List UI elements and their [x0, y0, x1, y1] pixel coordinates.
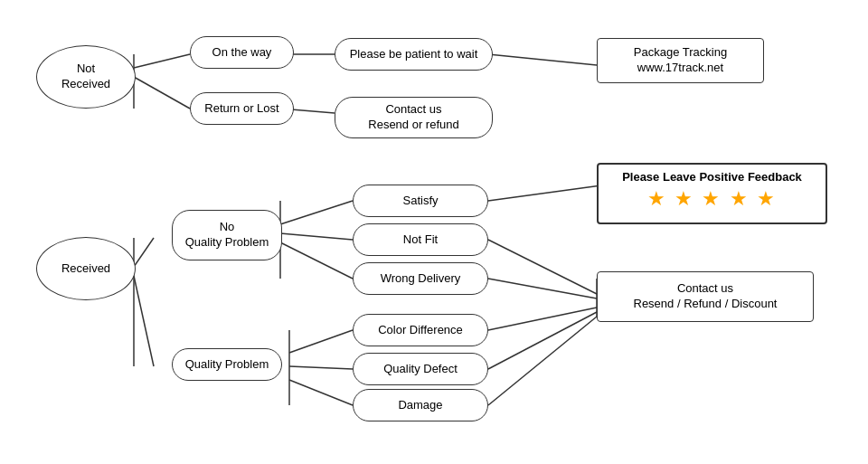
- damage-node: Damage: [353, 389, 488, 421]
- on-the-way-node: On the way: [190, 36, 294, 69]
- package-tracking-node: Package Tracking www.17track.net: [597, 38, 764, 83]
- svg-line-13: [488, 185, 601, 201]
- svg-line-16: [289, 330, 353, 353]
- diagram: Not Received On the way Return or Lost P…: [0, 0, 868, 464]
- feedback-box: Please Leave Positive Feedback ★ ★ ★ ★ ★: [597, 163, 827, 224]
- received-node: Received: [36, 237, 136, 300]
- svg-line-21: [488, 312, 597, 369]
- no-quality-problem-node: No Quality Problem: [172, 210, 282, 260]
- svg-line-6: [134, 238, 154, 267]
- svg-line-15: [488, 279, 597, 298]
- svg-line-22: [488, 317, 597, 405]
- quality-defect-node: Quality Defect: [353, 353, 488, 385]
- patient-node: Please be patient to wait: [335, 38, 493, 71]
- svg-line-17: [289, 366, 353, 369]
- return-or-lost-node: Return or Lost: [190, 92, 294, 125]
- feedback-text: Please Leave Positive Feedback: [608, 170, 816, 184]
- not-received-node: Not Received: [36, 45, 136, 109]
- svg-line-20: [488, 308, 597, 330]
- resend-refund-node: Contact us Resend or refund: [335, 97, 493, 138]
- quality-problem-node: Quality Problem: [172, 348, 282, 381]
- svg-line-11: [280, 242, 353, 279]
- svg-line-1: [134, 77, 190, 109]
- svg-line-10: [280, 233, 353, 240]
- svg-line-18: [289, 380, 353, 405]
- color-difference-node: Color Difference: [353, 314, 488, 346]
- wrong-delivery-node: Wrong Delivery: [353, 262, 488, 295]
- svg-line-7: [134, 276, 154, 366]
- stars-display: ★ ★ ★ ★ ★: [608, 187, 816, 211]
- svg-line-0: [134, 54, 190, 68]
- contact-us-node: Contact us Resend / Refund / Discount: [597, 271, 814, 322]
- satisfy-node: Satisfy: [353, 185, 488, 217]
- svg-line-5: [488, 54, 597, 65]
- svg-line-9: [280, 201, 353, 224]
- svg-line-14: [488, 240, 597, 294]
- not-fit-node: Not Fit: [353, 223, 488, 256]
